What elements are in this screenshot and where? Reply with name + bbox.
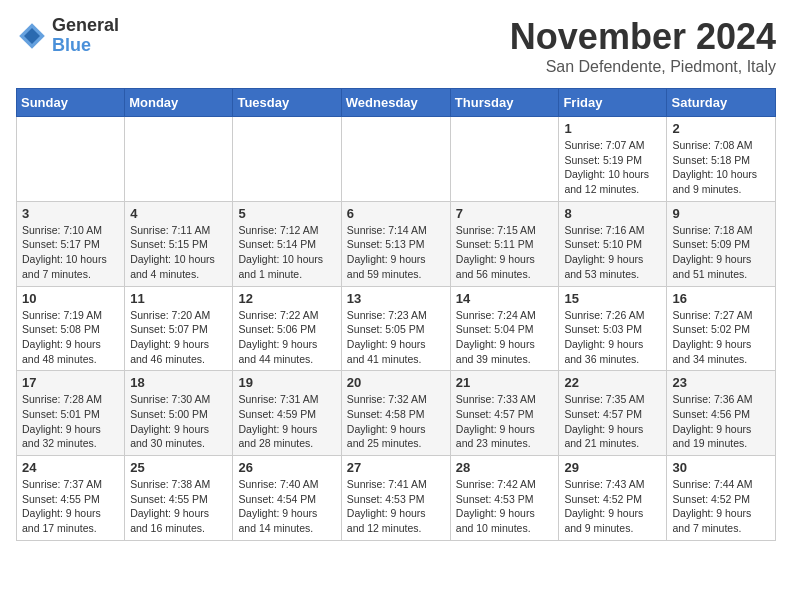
calendar-cell: 27Sunrise: 7:41 AM Sunset: 4:53 PM Dayli… bbox=[341, 456, 450, 541]
day-info: Sunrise: 7:28 AM Sunset: 5:01 PM Dayligh… bbox=[22, 392, 119, 451]
calendar-cell: 7Sunrise: 7:15 AM Sunset: 5:11 PM Daylig… bbox=[450, 201, 559, 286]
calendar-cell: 26Sunrise: 7:40 AM Sunset: 4:54 PM Dayli… bbox=[233, 456, 341, 541]
weekday-header-tuesday: Tuesday bbox=[233, 89, 341, 117]
calendar-week-1: 3Sunrise: 7:10 AM Sunset: 5:17 PM Daylig… bbox=[17, 201, 776, 286]
weekday-header-wednesday: Wednesday bbox=[341, 89, 450, 117]
day-number: 18 bbox=[130, 375, 227, 390]
day-info: Sunrise: 7:27 AM Sunset: 5:02 PM Dayligh… bbox=[672, 308, 770, 367]
calendar-cell bbox=[233, 117, 341, 202]
day-number: 9 bbox=[672, 206, 770, 221]
day-info: Sunrise: 7:18 AM Sunset: 5:09 PM Dayligh… bbox=[672, 223, 770, 282]
day-number: 24 bbox=[22, 460, 119, 475]
day-info: Sunrise: 7:33 AM Sunset: 4:57 PM Dayligh… bbox=[456, 392, 554, 451]
day-info: Sunrise: 7:40 AM Sunset: 4:54 PM Dayligh… bbox=[238, 477, 335, 536]
logo: General Blue bbox=[16, 16, 119, 56]
calendar-cell: 17Sunrise: 7:28 AM Sunset: 5:01 PM Dayli… bbox=[17, 371, 125, 456]
calendar-week-2: 10Sunrise: 7:19 AM Sunset: 5:08 PM Dayli… bbox=[17, 286, 776, 371]
weekday-header-monday: Monday bbox=[125, 89, 233, 117]
day-info: Sunrise: 7:30 AM Sunset: 5:00 PM Dayligh… bbox=[130, 392, 227, 451]
day-info: Sunrise: 7:10 AM Sunset: 5:17 PM Dayligh… bbox=[22, 223, 119, 282]
day-number: 23 bbox=[672, 375, 770, 390]
day-info: Sunrise: 7:24 AM Sunset: 5:04 PM Dayligh… bbox=[456, 308, 554, 367]
title-area: November 2024 San Defendente, Piedmont, … bbox=[510, 16, 776, 76]
day-number: 13 bbox=[347, 291, 445, 306]
day-info: Sunrise: 7:12 AM Sunset: 5:14 PM Dayligh… bbox=[238, 223, 335, 282]
day-number: 12 bbox=[238, 291, 335, 306]
day-info: Sunrise: 7:26 AM Sunset: 5:03 PM Dayligh… bbox=[564, 308, 661, 367]
day-number: 6 bbox=[347, 206, 445, 221]
day-number: 22 bbox=[564, 375, 661, 390]
calendar-cell: 12Sunrise: 7:22 AM Sunset: 5:06 PM Dayli… bbox=[233, 286, 341, 371]
calendar-cell: 21Sunrise: 7:33 AM Sunset: 4:57 PM Dayli… bbox=[450, 371, 559, 456]
month-title: November 2024 bbox=[510, 16, 776, 58]
day-number: 27 bbox=[347, 460, 445, 475]
calendar-cell: 3Sunrise: 7:10 AM Sunset: 5:17 PM Daylig… bbox=[17, 201, 125, 286]
day-info: Sunrise: 7:16 AM Sunset: 5:10 PM Dayligh… bbox=[564, 223, 661, 282]
calendar-cell: 23Sunrise: 7:36 AM Sunset: 4:56 PM Dayli… bbox=[667, 371, 776, 456]
day-info: Sunrise: 7:41 AM Sunset: 4:53 PM Dayligh… bbox=[347, 477, 445, 536]
day-number: 11 bbox=[130, 291, 227, 306]
calendar-cell: 22Sunrise: 7:35 AM Sunset: 4:57 PM Dayli… bbox=[559, 371, 667, 456]
day-number: 5 bbox=[238, 206, 335, 221]
day-number: 14 bbox=[456, 291, 554, 306]
calendar-cell: 4Sunrise: 7:11 AM Sunset: 5:15 PM Daylig… bbox=[125, 201, 233, 286]
day-number: 28 bbox=[456, 460, 554, 475]
calendar-week-0: 1Sunrise: 7:07 AM Sunset: 5:19 PM Daylig… bbox=[17, 117, 776, 202]
calendar-cell: 29Sunrise: 7:43 AM Sunset: 4:52 PM Dayli… bbox=[559, 456, 667, 541]
day-number: 4 bbox=[130, 206, 227, 221]
calendar-cell: 30Sunrise: 7:44 AM Sunset: 4:52 PM Dayli… bbox=[667, 456, 776, 541]
day-info: Sunrise: 7:42 AM Sunset: 4:53 PM Dayligh… bbox=[456, 477, 554, 536]
day-number: 21 bbox=[456, 375, 554, 390]
weekday-header-thursday: Thursday bbox=[450, 89, 559, 117]
calendar-cell: 9Sunrise: 7:18 AM Sunset: 5:09 PM Daylig… bbox=[667, 201, 776, 286]
calendar-cell: 18Sunrise: 7:30 AM Sunset: 5:00 PM Dayli… bbox=[125, 371, 233, 456]
day-info: Sunrise: 7:14 AM Sunset: 5:13 PM Dayligh… bbox=[347, 223, 445, 282]
day-info: Sunrise: 7:43 AM Sunset: 4:52 PM Dayligh… bbox=[564, 477, 661, 536]
calendar-cell: 19Sunrise: 7:31 AM Sunset: 4:59 PM Dayli… bbox=[233, 371, 341, 456]
day-info: Sunrise: 7:22 AM Sunset: 5:06 PM Dayligh… bbox=[238, 308, 335, 367]
day-info: Sunrise: 7:23 AM Sunset: 5:05 PM Dayligh… bbox=[347, 308, 445, 367]
day-number: 20 bbox=[347, 375, 445, 390]
calendar-cell bbox=[450, 117, 559, 202]
day-number: 30 bbox=[672, 460, 770, 475]
calendar-cell bbox=[17, 117, 125, 202]
day-number: 17 bbox=[22, 375, 119, 390]
calendar: SundayMondayTuesdayWednesdayThursdayFrid… bbox=[16, 88, 776, 541]
calendar-cell: 20Sunrise: 7:32 AM Sunset: 4:58 PM Dayli… bbox=[341, 371, 450, 456]
calendar-cell: 28Sunrise: 7:42 AM Sunset: 4:53 PM Dayli… bbox=[450, 456, 559, 541]
header: General Blue November 2024 San Defendent… bbox=[16, 16, 776, 76]
calendar-cell: 1Sunrise: 7:07 AM Sunset: 5:19 PM Daylig… bbox=[559, 117, 667, 202]
calendar-cell: 16Sunrise: 7:27 AM Sunset: 5:02 PM Dayli… bbox=[667, 286, 776, 371]
day-number: 1 bbox=[564, 121, 661, 136]
day-info: Sunrise: 7:08 AM Sunset: 5:18 PM Dayligh… bbox=[672, 138, 770, 197]
weekday-header-saturday: Saturday bbox=[667, 89, 776, 117]
day-number: 29 bbox=[564, 460, 661, 475]
day-number: 16 bbox=[672, 291, 770, 306]
calendar-cell: 6Sunrise: 7:14 AM Sunset: 5:13 PM Daylig… bbox=[341, 201, 450, 286]
day-info: Sunrise: 7:36 AM Sunset: 4:56 PM Dayligh… bbox=[672, 392, 770, 451]
calendar-week-4: 24Sunrise: 7:37 AM Sunset: 4:55 PM Dayli… bbox=[17, 456, 776, 541]
calendar-cell: 15Sunrise: 7:26 AM Sunset: 5:03 PM Dayli… bbox=[559, 286, 667, 371]
calendar-cell: 14Sunrise: 7:24 AM Sunset: 5:04 PM Dayli… bbox=[450, 286, 559, 371]
day-number: 10 bbox=[22, 291, 119, 306]
day-info: Sunrise: 7:38 AM Sunset: 4:55 PM Dayligh… bbox=[130, 477, 227, 536]
day-number: 7 bbox=[456, 206, 554, 221]
calendar-cell: 13Sunrise: 7:23 AM Sunset: 5:05 PM Dayli… bbox=[341, 286, 450, 371]
day-info: Sunrise: 7:44 AM Sunset: 4:52 PM Dayligh… bbox=[672, 477, 770, 536]
calendar-cell: 2Sunrise: 7:08 AM Sunset: 5:18 PM Daylig… bbox=[667, 117, 776, 202]
day-info: Sunrise: 7:31 AM Sunset: 4:59 PM Dayligh… bbox=[238, 392, 335, 451]
day-number: 19 bbox=[238, 375, 335, 390]
logo-text: General Blue bbox=[52, 16, 119, 56]
day-info: Sunrise: 7:20 AM Sunset: 5:07 PM Dayligh… bbox=[130, 308, 227, 367]
calendar-cell: 24Sunrise: 7:37 AM Sunset: 4:55 PM Dayli… bbox=[17, 456, 125, 541]
weekday-header-friday: Friday bbox=[559, 89, 667, 117]
day-info: Sunrise: 7:11 AM Sunset: 5:15 PM Dayligh… bbox=[130, 223, 227, 282]
day-number: 8 bbox=[564, 206, 661, 221]
calendar-week-3: 17Sunrise: 7:28 AM Sunset: 5:01 PM Dayli… bbox=[17, 371, 776, 456]
day-number: 25 bbox=[130, 460, 227, 475]
day-info: Sunrise: 7:32 AM Sunset: 4:58 PM Dayligh… bbox=[347, 392, 445, 451]
day-info: Sunrise: 7:15 AM Sunset: 5:11 PM Dayligh… bbox=[456, 223, 554, 282]
day-number: 2 bbox=[672, 121, 770, 136]
calendar-cell bbox=[125, 117, 233, 202]
location-title: San Defendente, Piedmont, Italy bbox=[510, 58, 776, 76]
